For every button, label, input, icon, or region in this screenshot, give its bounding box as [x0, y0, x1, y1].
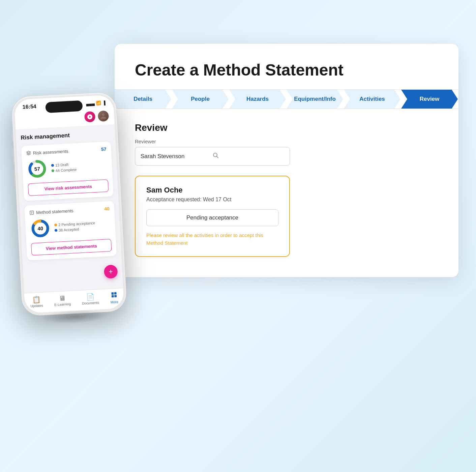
dynamic-island: [45, 100, 83, 113]
step-details[interactable]: Details: [115, 90, 171, 109]
svg-rect-13: [114, 292, 116, 295]
stepper: Details People Hazards Equipment/Info Ac…: [115, 89, 458, 109]
risk-donut-value: 57: [34, 166, 40, 172]
elearning-icon: 🖥: [59, 294, 66, 301]
pending-acceptance-button[interactable]: Pending acceptance: [146, 209, 278, 226]
step-people[interactable]: People: [172, 90, 229, 109]
reviewer-label: Reviewer: [135, 139, 438, 144]
reviewer-card: Sam Oche Acceptance requested: Wed 17 Oc…: [135, 176, 290, 257]
method-donut-row: 40 2 Pending acceptance 38 Accepted: [30, 215, 111, 239]
nav-more-label: More: [111, 300, 118, 304]
legend-item-pending: 2 Pending acceptance: [54, 221, 95, 227]
reviewer-search-input[interactable]: Sarah Stevenson: [135, 147, 290, 166]
review-section: Review Reviewer Sarah Stevenson Sam Oche…: [115, 122, 458, 257]
nav-documents-label: Documents: [82, 300, 99, 305]
method-donut: 40: [30, 218, 51, 239]
notification-avatar: [84, 111, 96, 123]
risk-donut: 57: [27, 158, 48, 179]
method-card-count: 40: [104, 206, 110, 212]
risk-donut-row: 57 13 Draft 44 Complete: [27, 155, 108, 179]
step-hazards[interactable]: Hazards: [229, 90, 286, 109]
nav-elearning-label: E-Learning: [54, 302, 71, 307]
reviewer-card-name: Sam Oche: [146, 186, 278, 195]
method-legend: 2 Pending acceptance 38 Accepted: [54, 221, 95, 232]
pending-dot: [54, 224, 57, 226]
accepted-dot: [55, 229, 57, 232]
step-review[interactable]: Review: [401, 90, 458, 109]
nav-elearning[interactable]: 🖥 E-Learning: [54, 294, 71, 307]
legend-item-accepted: 38 Accepted: [55, 226, 95, 232]
search-icon: [212, 152, 284, 160]
draft-dot: [51, 164, 54, 167]
nav-updates[interactable]: 📋 Updates: [30, 296, 43, 308]
review-heading: Review: [135, 122, 438, 133]
svg-line-1: [217, 156, 218, 158]
legend-item-complete: 44 Complete: [51, 168, 77, 173]
user-avatar: [98, 111, 109, 122]
risk-card-label: Risk assessments: [26, 148, 68, 156]
step-equipment[interactable]: Equipment/Info: [287, 90, 343, 109]
status-icons: ▄▄▄ 📶 ▐: [86, 100, 106, 106]
method-statements-card: Method statements 40 40: [24, 201, 117, 261]
reviewer-card-date: Acceptance requested: Wed 17 Oct: [146, 197, 278, 203]
phone-section-title: Risk management: [21, 130, 111, 141]
status-time: 16:54: [22, 104, 36, 110]
phone-device: 16:54 ▄▄▄ 📶 ▐: [11, 92, 127, 316]
svg-rect-14: [112, 295, 114, 297]
method-card-label: Method statements: [29, 208, 73, 215]
signal-icon: ▄▄▄: [86, 101, 95, 106]
method-donut-value: 40: [37, 226, 43, 232]
step-activities[interactable]: Activities: [344, 90, 400, 109]
phone-mute-button: [11, 131, 13, 141]
page-title: Create a Method Statement: [115, 44, 458, 89]
nav-updates-label: Updates: [30, 303, 43, 308]
risk-card-count: 57: [101, 146, 107, 152]
nav-documents[interactable]: 📄 Documents: [82, 293, 99, 305]
documents-icon: 📄: [86, 293, 95, 300]
risk-assessments-card: Risk assessments 57 57: [21, 141, 114, 201]
wifi-icon: 📶: [96, 101, 101, 106]
legend-item-draft: 13 Draft: [51, 162, 77, 168]
battery-icon: ▐: [102, 100, 106, 105]
updates-icon: 📋: [32, 296, 41, 303]
complete-dot: [52, 169, 54, 172]
warning-message: Please review all the activities in orde…: [146, 232, 278, 247]
desktop-card: Create a Method Statement Details People…: [115, 44, 458, 277]
svg-rect-15: [114, 295, 117, 297]
more-icon: [111, 291, 118, 299]
risk-legend: 13 Draft 44 Complete: [51, 162, 77, 173]
view-method-statements-button[interactable]: View method statements: [31, 239, 112, 256]
view-risk-assessments-button[interactable]: View risk assessments: [28, 179, 109, 196]
nav-more[interactable]: More: [110, 291, 118, 304]
reviewer-name-value: Sarah Stevenson: [141, 153, 212, 160]
svg-rect-12: [111, 292, 114, 295]
